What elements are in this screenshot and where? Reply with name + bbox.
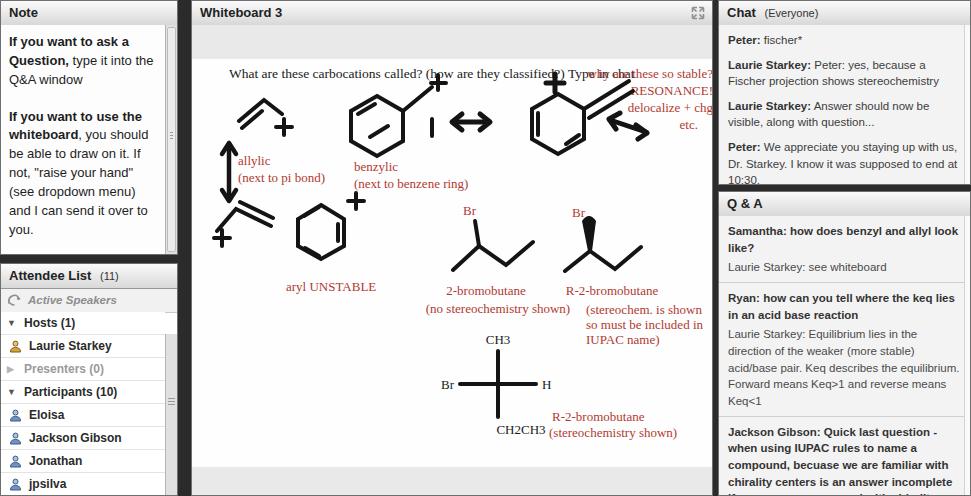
qa-scrollbar[interactable]: [964, 216, 970, 495]
chat-text: fischer*: [764, 34, 802, 46]
attendee-group-hosts[interactable]: ▼ Hosts (1): [1, 312, 165, 335]
chat-scrollbar[interactable]: [964, 25, 970, 184]
r-bromobutane-sub3: IUPAC name): [586, 332, 660, 347]
hosts-header-label: Hosts (1): [24, 312, 75, 334]
attendee-scrollbar[interactable]: [165, 334, 177, 495]
attendee-group-participants[interactable]: ▼ Participants (10): [1, 381, 165, 404]
note-content[interactable]: If you want to ask a Question, type it i…: [1, 25, 165, 254]
host-avatar-icon: [9, 340, 22, 353]
qa-title: Q & A: [727, 196, 763, 211]
chat-pod: Chat (Everyone) Peter: fischer* Laurie S…: [718, 0, 971, 185]
attendee-name: Eloisa: [29, 404, 64, 426]
attendee-name: Jonathan: [29, 450, 82, 472]
note-text: , you should be able to draw on it. If n…: [9, 127, 148, 236]
qa-entry: Samantha: how does benzyl and allyl look…: [719, 216, 970, 283]
benzylic-label: benzylic: [354, 159, 398, 174]
participants-header-label: Participants (10): [24, 381, 117, 403]
note-paragraph: If you want to ask a Question, type it i…: [9, 33, 159, 90]
wb-why-stable-text: why are these so stable?: [587, 66, 713, 81]
active-speakers-icon: [7, 294, 22, 307]
note-title: Note: [9, 5, 38, 20]
attendee-pod-header[interactable]: Attendee List (11): [1, 264, 177, 289]
chat-sender: Peter:: [728, 34, 761, 46]
scrollbar-grip-icon: [170, 132, 173, 139]
bromobutane-label: 2-bromobutane: [446, 283, 526, 298]
qa-entries[interactable]: Samantha: how does benzyl and allyl look…: [719, 216, 970, 495]
adobe-connect-window: Note If you want to ask a Question, type…: [0, 0, 971, 496]
allylic-label: allylic: [238, 153, 271, 168]
wb-delocalize-text: delocalize + chg: [628, 100, 713, 115]
bromobutane-sub-label: (no stereochemistry shown): [426, 301, 570, 316]
attendee-row-participant[interactable]: Jonathan: [1, 450, 165, 473]
note-pod-header[interactable]: Note: [1, 1, 177, 26]
chat-sender: Peter:: [728, 141, 761, 153]
attendee-count: (11): [100, 270, 119, 282]
scrollbar-grip-icon: [168, 398, 175, 405]
chat-messages[interactable]: Peter: fischer* Laurie Starkey: Peter: y…: [719, 25, 970, 184]
note-scrollbar[interactable]: [165, 25, 177, 254]
attendee-group-presenters[interactable]: ▶ Presenters (0): [1, 358, 165, 381]
qa-pod-header[interactable]: Q & A: [719, 192, 970, 217]
note-paragraph: If you want to use the whiteboard, you s…: [9, 108, 159, 240]
br-label: Br: [572, 205, 586, 220]
r-bromobutane-sub1: (stereochem. is shown: [586, 302, 702, 317]
collapse-triangle-icon[interactable]: ▼: [7, 312, 17, 334]
benzylic-sub-label: (next to benzene ring): [354, 176, 468, 191]
note-scrollbar-thumb[interactable]: [167, 27, 176, 252]
expand-triangle-icon[interactable]: ▶: [7, 358, 17, 380]
whiteboard-title: Whiteboard 3: [200, 5, 282, 20]
note-pod: Note If you want to ask a Question, type…: [0, 0, 178, 255]
aryl-label: aryl UNSTABLE: [286, 279, 376, 294]
active-speakers-label: Active Speakers: [28, 289, 117, 312]
chat-title: Chat: [727, 5, 756, 20]
wb-resonance-text: RESONANCE!: [631, 83, 713, 98]
fischer-top-label: CH3: [486, 332, 511, 347]
qa-answer: Laurie Starkey: see whiteboard: [728, 259, 960, 276]
chat-message: Laurie Starkey: Peter: yes, because a Fi…: [728, 57, 960, 89]
fullscreen-icon[interactable]: [690, 5, 706, 21]
chat-scope: (Everyone): [765, 7, 819, 19]
wb-etc-text: etc.: [680, 117, 698, 132]
attendee-row-participant[interactable]: Eloisa: [1, 404, 165, 427]
whiteboard-canvas-area[interactable]: What are these carbocations called? (how…: [192, 25, 712, 495]
qa-entry: Jackson Gibson: Quick last question - wh…: [719, 417, 970, 496]
qa-question: Jackson Gibson: Quick last question - wh…: [728, 424, 960, 496]
qa-pod: Q & A Samantha: how does benzyl and ally…: [718, 191, 971, 496]
attendee-title: Attendee List: [9, 268, 91, 283]
chat-message: Laurie Starkey: Answer should now be vis…: [728, 98, 960, 130]
br-label: Br: [463, 203, 477, 218]
attendee-row-host[interactable]: Laurie Starkey: [1, 335, 165, 358]
qa-answer: Laurie Starkey: Equilibrium lies in the …: [728, 326, 960, 409]
collapse-triangle-icon[interactable]: ▼: [7, 381, 17, 403]
qa-entry: Ryan: how can you tell where the keq lie…: [719, 283, 970, 417]
attendee-name: Laurie Starkey: [29, 335, 112, 357]
r-bromobutane-label: R-2-bromobutane: [566, 283, 659, 298]
attendee-row-participant[interactable]: Jackson Gibson: [1, 427, 165, 450]
presenters-header-label: Presenters (0): [24, 358, 104, 380]
active-speakers-bar[interactable]: Active Speakers: [1, 289, 177, 313]
attendee-name: Jackson Gibson: [29, 427, 122, 449]
participant-avatar-icon: [9, 478, 22, 491]
whiteboard-pod-header[interactable]: Whiteboard 3: [192, 1, 712, 26]
attendee-rows: ▼ Hosts (1) Laurie Starkey ▶ Presenters …: [1, 312, 165, 495]
chat-pod-header[interactable]: Chat (Everyone): [719, 1, 970, 26]
chat-text: We appreciate you staying up with us, Dr…: [728, 141, 957, 185]
whiteboard-pod: Whiteboard 3 What are these carbocations…: [191, 0, 713, 496]
participant-avatar-icon: [9, 409, 22, 422]
whiteboard-drawing[interactable]: What are these carbocations called? (how…: [192, 25, 713, 495]
attendee-name: jpsilva: [29, 473, 66, 495]
fischer-bottom-label: CH2CH3: [496, 422, 545, 437]
fischer-name-label: R-2-bromobutane: [552, 409, 645, 424]
fischer-right-label: H: [542, 377, 551, 392]
chat-message: Peter: fischer*: [728, 32, 960, 48]
fischer-left-label: Br: [441, 377, 455, 392]
attendee-row-participant[interactable]: jpsilva: [1, 473, 165, 495]
r-bromobutane-sub2: so must be included in: [586, 317, 703, 332]
chat-sender: Laurie Starkey:: [728, 59, 811, 71]
fischer-sub-label: (stereochemistry shown): [549, 425, 677, 440]
allylic-sub-label: (next to pi bond): [238, 170, 325, 185]
wb-question-text: What are these carbocations called? (how…: [229, 66, 635, 81]
attendee-list-pod: Attendee List (11) Active Speakers ▼ Hos…: [0, 263, 178, 496]
participant-avatar-icon: [9, 432, 22, 445]
qa-question: Samantha: how does benzyl and allyl look…: [728, 223, 960, 256]
